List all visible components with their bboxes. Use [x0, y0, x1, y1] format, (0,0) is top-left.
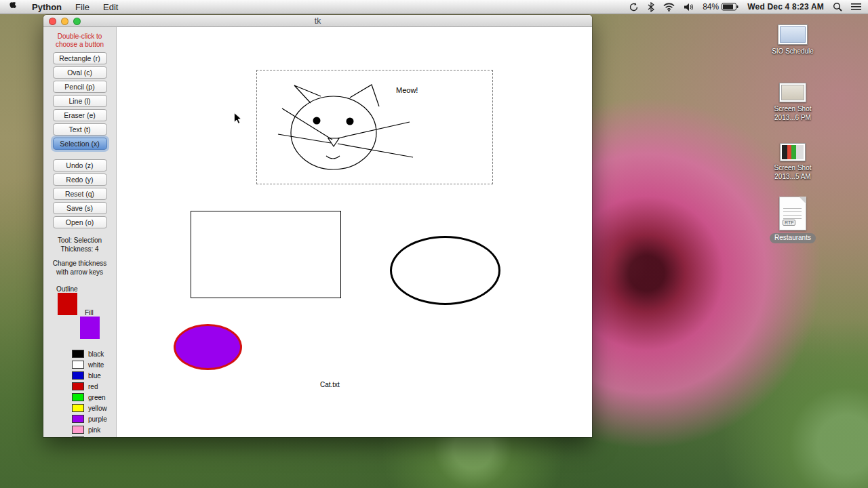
undo-button[interactable]: Undo (z) [53, 159, 107, 171]
pink-swatch[interactable] [72, 426, 84, 434]
desktop-icon-sio-schedule[interactable]: SIO Schedule [764, 24, 821, 56]
color-option-red[interactable]: red [43, 381, 116, 392]
pencil-tool-button[interactable]: Pencil (p) [53, 81, 107, 93]
purple-swatch[interactable] [72, 415, 84, 423]
time-machine-icon[interactable] [629, 2, 639, 12]
rtf-badge: RTF [783, 220, 795, 226]
open-button[interactable]: Open (o) [53, 216, 107, 228]
oval-shape[interactable] [390, 236, 500, 305]
window-titlebar[interactable]: tk [43, 15, 592, 27]
fill-label: Fill [85, 309, 94, 317]
save-button[interactable]: Save (s) [53, 202, 107, 214]
screenshot-1-thumbnail [779, 83, 806, 102]
blue-swatch[interactable] [72, 371, 84, 380]
instruction-text: Double-click to choose a button [43, 33, 116, 48]
text-tool-button[interactable]: Text (t) [53, 123, 107, 136]
green-swatch[interactable] [72, 393, 84, 401]
outline-color-swatch[interactable] [58, 293, 77, 315]
battery-percentage: 84% [703, 2, 719, 12]
tk-window: tk Double-click to choose a button Recta… [43, 15, 592, 437]
rectangle-shape[interactable] [191, 211, 341, 298]
outline-label: Outline [56, 285, 78, 293]
color-option-yellow[interactable]: yellow [43, 403, 116, 413]
sio-schedule-thumbnail [778, 24, 808, 45]
volume-icon[interactable] [684, 3, 694, 12]
cat-txt-text[interactable]: Cat.txt [320, 381, 340, 388]
line-tool-button[interactable]: Line (l) [53, 95, 107, 107]
tool-sidebar: Double-click to choose a button Rectangl… [43, 27, 117, 437]
apple-menu-icon[interactable] [9, 2, 18, 12]
selection-tool-button[interactable]: Selection (x) [53, 138, 107, 150]
color-option-blue[interactable]: blue [43, 370, 116, 381]
wifi-icon[interactable] [663, 3, 675, 12]
desktop-icon-screenshot-2[interactable]: Screen Shot 2013...5 AM [764, 143, 821, 181]
eraser-tool-button[interactable]: Eraser (e) [53, 109, 107, 121]
color-option-black[interactable]: black [43, 348, 116, 359]
bluetooth-icon[interactable] [648, 2, 654, 12]
spotlight-icon[interactable] [833, 2, 842, 12]
red-swatch[interactable] [72, 382, 84, 390]
menu-app-name[interactable]: Python [32, 2, 62, 12]
tool-status-text: Tool: Selection Thickness: 4 [43, 237, 116, 253]
color-option-white[interactable]: white [43, 359, 116, 370]
black-swatch[interactable] [72, 350, 84, 358]
yellow-swatch[interactable] [72, 404, 84, 412]
screenshot-2-thumbnail [780, 143, 806, 161]
desktop-icon-restaurants[interactable]: RTF Restaurants [764, 197, 821, 243]
cat-drawing[interactable] [117, 27, 592, 437]
color-palette: black white blue red green [43, 348, 116, 437]
none-swatch[interactable] [72, 436, 84, 437]
menu-bar: Python File Edit 84% Wed Dec 4 8:23 AM [0, 0, 868, 14]
redo-button[interactable]: Redo (y) [53, 174, 107, 186]
battery-indicator[interactable]: 84% [703, 2, 738, 12]
color-option-purple[interactable]: purple [43, 413, 116, 424]
menu-edit[interactable]: Edit [103, 2, 118, 12]
color-option-green[interactable]: green [43, 392, 116, 403]
meow-text[interactable]: Meow! [396, 86, 418, 94]
fill-color-swatch[interactable] [80, 317, 100, 339]
color-option-none[interactable]: None [43, 435, 116, 437]
outline-fill-panel: Outline Fill [43, 285, 116, 340]
purple-oval-shape[interactable] [174, 324, 242, 370]
thickness-hint-text: Change thickness with arrow keys [43, 260, 116, 277]
oval-tool-button[interactable]: Oval (c) [53, 66, 107, 79]
desktop-icon-screenshot-1[interactable]: Screen Shot 2013...6 PM [764, 83, 821, 122]
color-option-pink[interactable]: pink [43, 424, 116, 435]
white-swatch[interactable] [72, 361, 84, 369]
window-title: tk [43, 16, 592, 26]
rtf-document-icon: RTF [779, 197, 806, 230]
menu-file[interactable]: File [75, 2, 90, 12]
drawing-canvas[interactable]: Meow! Cat.txt [117, 27, 592, 437]
menu-clock[interactable]: Wed Dec 4 8:23 AM [747, 2, 824, 12]
rectangle-tool-button[interactable]: Rectangle (r) [53, 52, 107, 64]
mouse-cursor [234, 113, 242, 124]
notification-center-icon[interactable] [851, 3, 861, 11]
reset-button[interactable]: Reset (q) [53, 188, 107, 200]
